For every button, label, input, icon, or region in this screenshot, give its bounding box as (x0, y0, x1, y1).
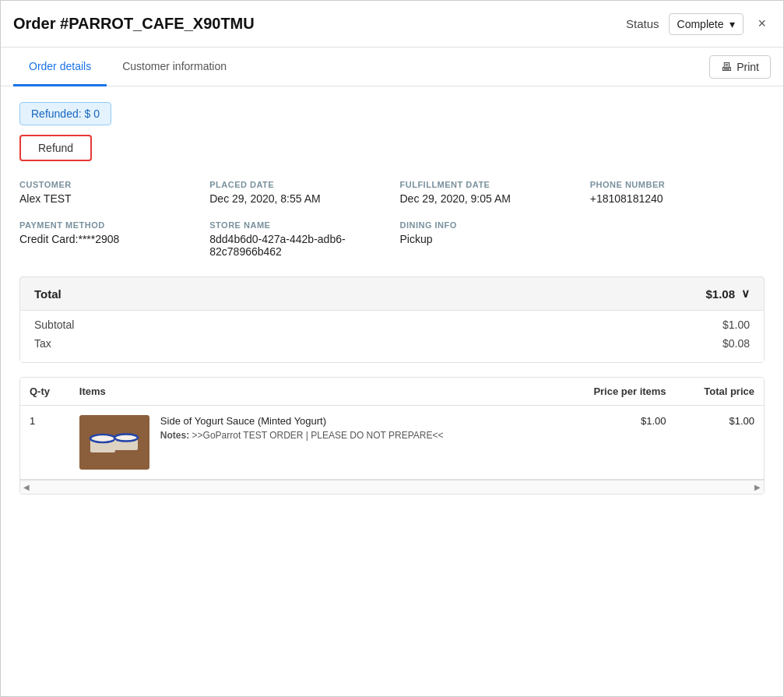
placed-date-value: Dec 29, 2020, 8:55 AM (209, 192, 384, 205)
totals-header[interactable]: Total $1.08 ∨ (20, 277, 764, 310)
scroll-indicator: ◀ ▶ (20, 480, 764, 494)
col-price-per-item: Price per items (559, 378, 676, 406)
store-value: 8dd4b6d0-427a-442b-adb6-82c78966b462 (209, 233, 384, 258)
status-label: Status (626, 17, 659, 30)
row-total-price: $1.00 (676, 406, 764, 480)
chevron-down-icon: ▾ (730, 18, 735, 30)
chevron-down-icon: ∨ (741, 287, 750, 301)
dining-value: Pickup (400, 233, 575, 245)
print-label: Print (737, 61, 759, 73)
table-header-row: Q-ty Items Price per items Total price (20, 378, 764, 406)
scroll-left-icon[interactable]: ◀ (20, 483, 33, 491)
printer-icon: 🖶 (721, 61, 732, 73)
totals-section: Total $1.08 ∨ Subtotal $1.00 Tax $0.08 (19, 276, 765, 363)
refund-button[interactable]: Refund (19, 135, 92, 161)
info-phone: PHONE NUMBER +18108181240 (590, 180, 765, 205)
row-qty: 1 (20, 406, 70, 480)
phone-value: +18108181240 (590, 192, 765, 205)
tax-row: Tax $0.08 (34, 334, 750, 353)
svg-point-10 (117, 435, 135, 440)
customer-label: CUSTOMER (19, 180, 194, 189)
item-name: Side of Yogurt Sauce (Minted Yogurt) (160, 415, 444, 427)
tax-value: $0.08 (722, 337, 750, 350)
status-value: Complete (677, 18, 724, 30)
items-table: Q-ty Items Price per items Total price 1 (20, 378, 764, 480)
payment-value: Credit Card:****2908 (19, 233, 194, 245)
placed-date-label: PLACED DATE (209, 180, 384, 189)
col-qty: Q-ty (20, 378, 70, 406)
totals-body: Subtotal $1.00 Tax $0.08 (20, 310, 764, 362)
order-info-grid: CUSTOMER Alex TEST PLACED DATE Dec 29, 2… (19, 180, 765, 258)
svg-point-5 (93, 436, 113, 442)
scroll-right-icon[interactable]: ▶ (751, 483, 764, 491)
subtotal-value: $1.00 (722, 319, 750, 331)
info-dining: DINING INFO Pickup (400, 220, 575, 258)
dining-label: DINING INFO (400, 220, 575, 230)
info-payment: PAYMENT METHOD Credit Card:****2908 (19, 220, 194, 258)
info-store: STORE NAME 8dd4b6d0-427a-442b-adb6-82c78… (209, 220, 384, 258)
print-button[interactable]: 🖶 Print (709, 55, 771, 79)
tab-order-details[interactable]: Order details (13, 48, 107, 86)
order-title: Order #PARROT_CAFE_X90TMU (13, 15, 255, 33)
row-price-per-item: $1.00 (559, 406, 676, 480)
info-fulfillment-date: FULFILLMENT DATE Dec 29, 2020, 9:05 AM (400, 180, 575, 205)
payment-label: PAYMENT METHOD (19, 220, 194, 230)
fulfillment-date-label: FULFILLMENT DATE (400, 180, 575, 189)
items-table-wrapper: Q-ty Items Price per items Total price 1 (19, 377, 765, 495)
col-total-price: Total price (676, 378, 764, 406)
col-items: Items (70, 378, 559, 406)
status-dropdown[interactable]: Complete ▾ (669, 13, 744, 35)
customer-value: Alex TEST (19, 192, 194, 205)
phone-label: PHONE NUMBER (590, 180, 765, 189)
subtotal-row: Subtotal $1.00 (34, 315, 750, 334)
item-image (79, 415, 149, 470)
close-button[interactable]: × (753, 12, 771, 35)
refunded-badge: Refunded: $ 0 (19, 102, 111, 125)
store-label: STORE NAME (209, 220, 384, 230)
item-notes: Notes: >>GoParrot TEST ORDER | PLEASE DO… (160, 430, 444, 441)
fulfillment-date-value: Dec 29, 2020, 9:05 AM (400, 192, 575, 205)
table-row: 1 (20, 406, 764, 480)
info-customer: CUSTOMER Alex TEST (19, 180, 194, 205)
tab-customer-information[interactable]: Customer information (107, 48, 242, 86)
totals-label: Total (34, 287, 62, 301)
tax-label: Tax (34, 337, 51, 350)
subtotal-label: Subtotal (34, 319, 74, 331)
info-placed-date: PLACED DATE Dec 29, 2020, 8:55 AM (209, 180, 384, 205)
row-item: Side of Yogurt Sauce (Minted Yogurt) Not… (70, 406, 559, 480)
totals-total-value: $1.08 (705, 287, 735, 301)
